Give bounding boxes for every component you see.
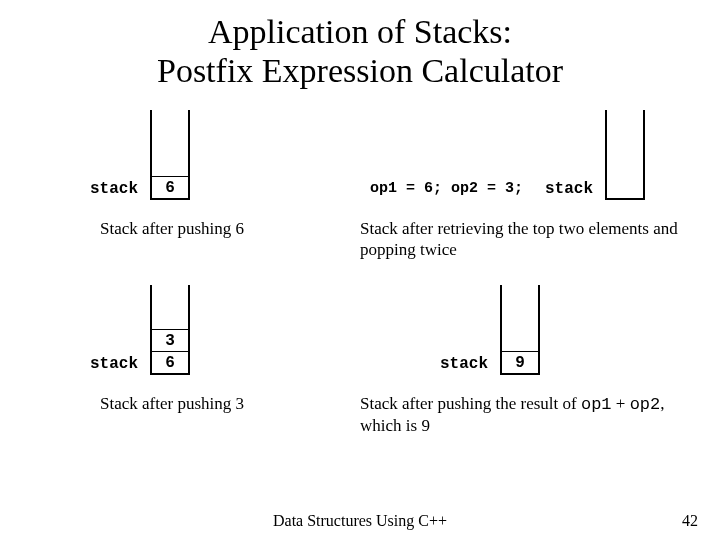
title-line-2: Postfix Expression Calculator	[157, 52, 563, 89]
page-number: 42	[682, 512, 698, 530]
caption-result-mid: +	[612, 394, 630, 413]
stack-cell: 3	[152, 329, 188, 351]
caption-after-pop: Stack after retrieving the top two eleme…	[360, 218, 680, 261]
stack-box: 6 3	[150, 285, 190, 375]
caption-push-6: Stack after pushing 6	[100, 218, 244, 239]
caption-op2: op2	[630, 395, 661, 414]
stack-label: stack	[545, 180, 593, 198]
stack-label: stack	[90, 180, 138, 198]
caption-push-3: Stack after pushing 3	[100, 393, 244, 414]
op-assignment-text: op1 = 6; op2 = 3;	[370, 180, 523, 197]
slide-title: Application of Stacks: Postfix Expressio…	[0, 0, 720, 90]
footer-text: Data Structures Using C++	[0, 512, 720, 530]
caption-result-pre: Stack after pushing the result of	[360, 394, 581, 413]
diagram-area: stack 6 Stack after pushing 6 op1 = 6; o…	[0, 90, 720, 530]
stack-box-empty	[605, 110, 645, 200]
stack-cell: 6	[152, 351, 188, 373]
stack-box: 6	[150, 110, 190, 200]
caption-op1: op1	[581, 395, 612, 414]
stack-cell: 9	[502, 351, 538, 373]
title-line-1: Application of Stacks:	[208, 13, 512, 50]
stack-label: stack	[440, 355, 488, 373]
stack-cell: 6	[152, 176, 188, 198]
stack-label: stack	[90, 355, 138, 373]
stack-box: 9	[500, 285, 540, 375]
caption-result: Stack after pushing the result of op1 + …	[360, 393, 680, 437]
